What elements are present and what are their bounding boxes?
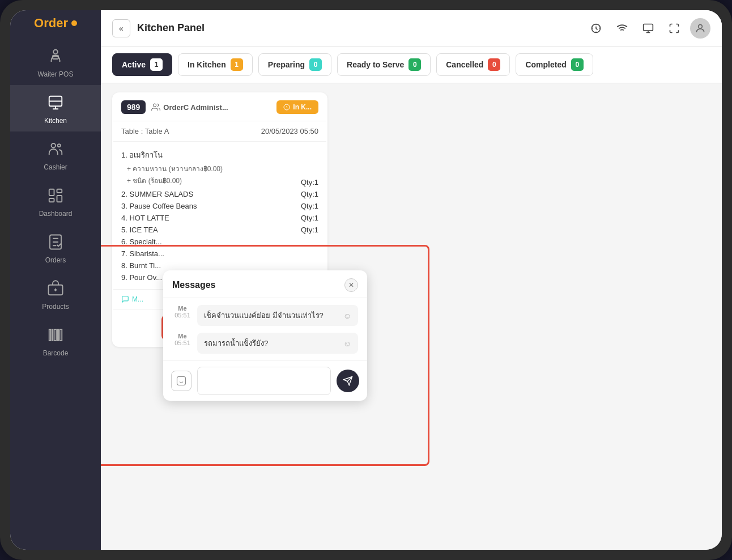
- refresh-icon[interactable]: [586, 18, 606, 39]
- tab-active[interactable]: Active 1: [112, 53, 172, 76]
- order-item-4: 4. HOT LATTE Qty:1: [121, 212, 318, 224]
- message-input[interactable]: [197, 367, 331, 395]
- tab-in-kitchen[interactable]: In Kitchen 1: [178, 53, 253, 76]
- sidebar-item-cashier-label: Cashier: [44, 163, 67, 171]
- logo-dot: [71, 20, 77, 26]
- sidebar-item-barcode-label: Barcode: [43, 349, 69, 357]
- order-source-text: OrderC Administ...: [163, 103, 228, 112]
- item-4-name: 4. HOT LATTE: [121, 214, 169, 222]
- sidebar-item-products[interactable]: Products: [10, 271, 101, 317]
- msg-sender-1: Me: [178, 305, 186, 312]
- item-2-name: 2. SUMMER SALADS: [121, 190, 193, 198]
- msg-emoji-1: ☺: [343, 311, 351, 320]
- tab-completed-label: Completed: [525, 60, 566, 69]
- sidebar-item-cashier[interactable]: Cashier: [10, 131, 101, 178]
- chat-footer-btn[interactable]: M...: [121, 295, 143, 303]
- chat-footer-label: M...: [132, 295, 143, 303]
- display-icon[interactable]: [638, 18, 658, 39]
- tab-ready-label: Ready to Serve: [347, 60, 404, 69]
- order-item-5: 5. ICE TEA Qty:1: [121, 224, 318, 236]
- tab-preparing-badge: 0: [309, 58, 322, 71]
- msg-bubble-1: เช็คจำนวนแบงค์ย่อย มีจำนวนเท่าไร? ☺: [197, 305, 358, 326]
- svg-rect-14: [58, 329, 58, 341]
- back-button[interactable]: «: [112, 19, 130, 37]
- cashier-icon: [45, 138, 66, 160]
- sidebar-item-dashboard[interactable]: Dashboard: [10, 178, 101, 224]
- tab-preparing-label: Preparing: [268, 60, 305, 69]
- sidebar-item-barcode[interactable]: Barcode: [10, 317, 101, 364]
- send-message-button[interactable]: [337, 370, 359, 392]
- tab-preparing[interactable]: Preparing 0: [258, 53, 331, 76]
- tab-completed-badge: 0: [571, 58, 584, 71]
- order-status-text: In K...: [293, 103, 312, 111]
- header: « Kitchen Panel: [101, 10, 722, 46]
- msg-meta-2: Me 05:51: [172, 333, 193, 346]
- header-left: « Kitchen Panel: [112, 19, 205, 37]
- order-card-header: 989 OrderC Administ... In K...: [113, 94, 326, 121]
- app-logo: Order: [34, 16, 77, 31]
- tab-ready-to-serve[interactable]: Ready to Serve 0: [337, 53, 431, 76]
- sidebar-item-products-label: Products: [42, 303, 69, 311]
- waiter-pos-icon: [45, 45, 66, 67]
- order-item-2: 2. SUMMER SALADS Qty:1: [121, 188, 318, 200]
- order-items: 1. อเมริกาโน + ความหวาน (หวานกลาง฿0.00) …: [113, 142, 326, 289]
- tab-in-kitchen-label: In Kitchen: [188, 60, 226, 69]
- svg-rect-17: [644, 24, 653, 31]
- item-1-name: 1. อเมริกาโน: [121, 149, 163, 161]
- order-item-6: 6. Specialt...: [121, 236, 318, 248]
- messages-input-area: [163, 360, 367, 401]
- tab-cancelled-badge: 0: [488, 58, 500, 71]
- header-icons: [586, 18, 710, 39]
- tab-active-badge: 1: [150, 58, 163, 71]
- item-5-qty: Qty:1: [301, 226, 318, 234]
- tab-completed[interactable]: Completed 0: [516, 53, 593, 76]
- msg-emoji-2: ☺: [343, 339, 351, 348]
- body-area: 989 OrderC Administ... In K... Table : T…: [101, 83, 722, 550]
- svg-rect-12: [52, 329, 53, 341]
- fullscreen-icon[interactable]: [664, 18, 684, 39]
- item-9-name: 9. Pour Ov...: [121, 273, 162, 282]
- msg-meta-1: Me 05:51: [172, 305, 193, 319]
- svg-point-18: [699, 24, 703, 28]
- item-3-name: 3. Pause Coffee Beans: [121, 202, 197, 210]
- orders-icon: [45, 231, 66, 253]
- svg-point-19: [154, 104, 156, 107]
- svg-rect-13: [54, 329, 57, 341]
- emoji-picker-button[interactable]: [171, 371, 191, 391]
- messages-popup: Messages ✕ Me 05:51 เช็คจำนวนแบงค์ย่อย ม…: [163, 270, 367, 401]
- msg-bubble-2: รถมารถน้ำแข็งรึยัง? ☺: [197, 333, 358, 354]
- svg-rect-8: [49, 198, 54, 202]
- dashboard-icon: [45, 185, 66, 206]
- svg-rect-15: [60, 329, 62, 341]
- order-number: 989: [121, 100, 146, 114]
- order-item-3: 3. Pause Coffee Beans Qty:1: [121, 200, 318, 212]
- sidebar-item-orders[interactable]: Orders: [10, 224, 101, 271]
- sidebar-item-waiter-pos[interactable]: Waiter POS: [10, 39, 101, 85]
- main-content: « Kitchen Panel: [101, 10, 722, 550]
- msg-sender-2: Me: [178, 333, 186, 340]
- tablet-inner: Order Waiter POS Kitchen: [10, 10, 722, 550]
- svg-rect-7: [57, 196, 62, 202]
- svg-rect-5: [49, 189, 54, 196]
- item-6-name: 6. Specialt...: [121, 237, 162, 246]
- svg-point-0: [53, 50, 58, 54]
- svg-point-4: [58, 144, 61, 147]
- sidebar-item-kitchen[interactable]: Kitchen: [10, 85, 101, 131]
- messages-close-button[interactable]: ✕: [344, 278, 358, 292]
- tab-cancelled[interactable]: Cancelled 0: [436, 53, 510, 76]
- item-4-qty: Qty:1: [301, 214, 318, 222]
- order-source: OrderC Administ...: [151, 103, 271, 112]
- msg-text-2: รถมารถน้ำแข็งรึยัง?: [204, 337, 268, 349]
- barcode-icon: [45, 324, 66, 346]
- wifi-icon[interactable]: [612, 18, 632, 39]
- tab-cancelled-label: Cancelled: [446, 60, 483, 69]
- messages-header: Messages ✕: [163, 270, 367, 298]
- order-datetime: 20/05/2023 05:50: [261, 127, 318, 135]
- order-item-7: 7. Sibarista...: [121, 248, 318, 260]
- msg-time-2: 05:51: [175, 340, 190, 346]
- user-avatar[interactable]: [690, 18, 710, 39]
- tab-active-label: Active: [122, 60, 146, 69]
- svg-rect-6: [57, 189, 62, 193]
- order-status-badge: In K...: [276, 100, 318, 114]
- item-5-name: 5. ICE TEA: [121, 226, 158, 234]
